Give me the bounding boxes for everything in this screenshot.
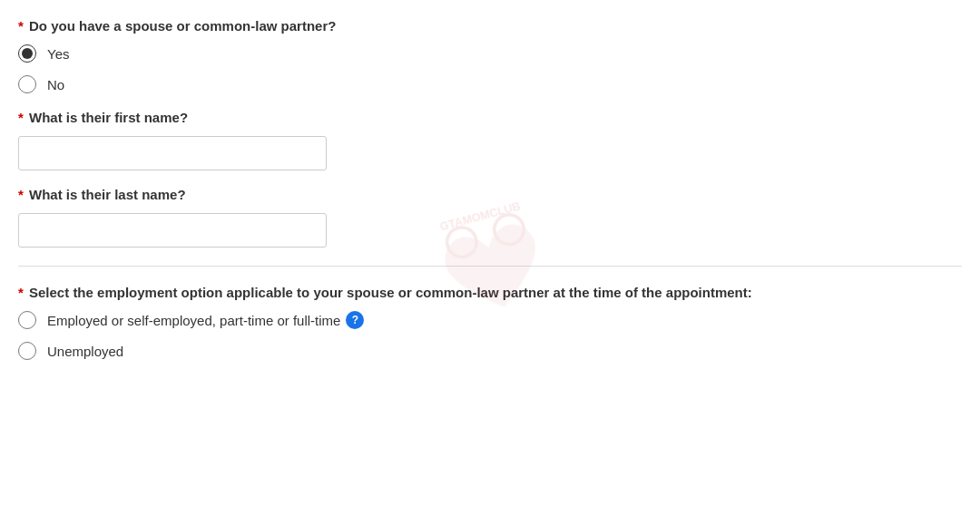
- spouse-no-label[interactable]: No: [47, 77, 64, 92]
- section-divider: [18, 266, 962, 267]
- employed-label-text: Employed or self-employed, part-time or …: [47, 313, 340, 328]
- employed-label-row: Employed or self-employed, part-time or …: [47, 311, 364, 329]
- required-star-firstname: *: [18, 110, 24, 125]
- employed-option[interactable]: Employed or self-employed, part-time or …: [18, 311, 962, 329]
- unemployed-radio[interactable]: [18, 342, 36, 360]
- last-name-block: * What is their last name?: [18, 187, 962, 248]
- spouse-yes-radio[interactable]: [18, 44, 36, 63]
- first-name-label: * What is their first name?: [18, 110, 962, 125]
- employment-question-label: * Select the employment option applicabl…: [18, 285, 962, 300]
- first-name-input[interactable]: [18, 136, 327, 170]
- employed-label[interactable]: Employed or self-employed, part-time or …: [47, 311, 364, 329]
- employment-question-block: * Select the employment option applicabl…: [18, 285, 962, 360]
- unemployed-label[interactable]: Unemployed: [47, 344, 123, 359]
- employment-question-text: Select the employment option applicable …: [29, 285, 752, 300]
- first-name-question-text: What is their first name?: [29, 110, 188, 125]
- required-star-employment: *: [18, 285, 24, 300]
- spouse-yes-option[interactable]: Yes: [18, 44, 962, 63]
- employed-radio[interactable]: [18, 311, 36, 329]
- form-section: * Do you have a spouse or common-law par…: [18, 18, 962, 360]
- last-name-label: * What is their last name?: [18, 187, 962, 202]
- help-icon[interactable]: ?: [346, 311, 364, 329]
- spouse-no-option[interactable]: No: [18, 75, 962, 93]
- spouse-yes-label[interactable]: Yes: [47, 46, 69, 62]
- last-name-question-text: What is their last name?: [29, 187, 186, 202]
- first-name-block: * What is their first name?: [18, 110, 962, 170]
- spouse-no-radio[interactable]: [18, 75, 36, 93]
- required-star-spouse: *: [18, 18, 24, 34]
- spouse-question-label: * Do you have a spouse or common-law par…: [18, 18, 962, 34]
- last-name-input[interactable]: [18, 213, 327, 248]
- spouse-question-block: * Do you have a spouse or common-law par…: [18, 18, 962, 93]
- required-star-lastname: *: [18, 187, 24, 202]
- spouse-question-text: Do you have a spouse or common-law partn…: [29, 18, 336, 34]
- unemployed-option[interactable]: Unemployed: [18, 342, 962, 360]
